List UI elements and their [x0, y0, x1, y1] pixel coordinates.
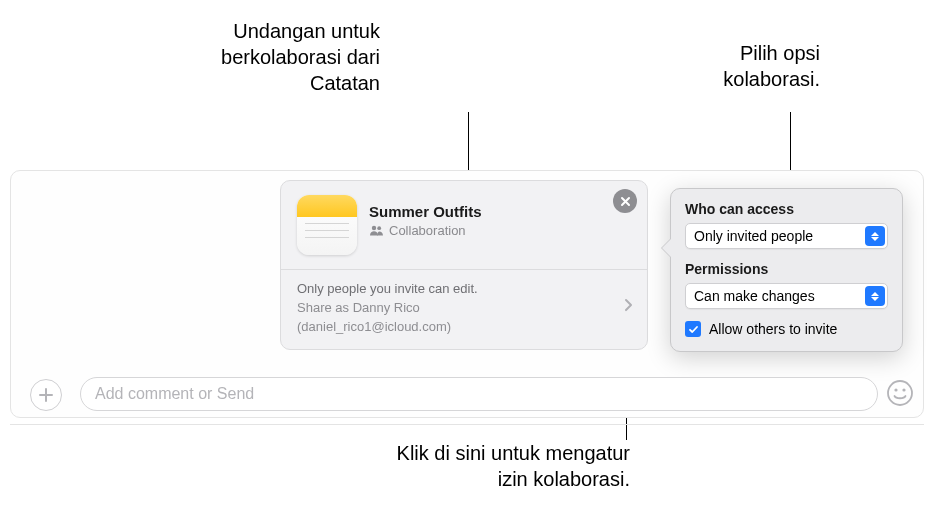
divider: [10, 424, 924, 425]
invitation-title: Summer Outfits: [369, 203, 631, 220]
callout-options: Pilih opsi kolaborasi.: [630, 40, 820, 92]
callout-permissions: Klik di sini untuk mengatur izin kolabor…: [290, 440, 630, 492]
people-icon: [369, 225, 384, 236]
share-as-text: Share as Danny Rico: [297, 299, 631, 318]
message-placeholder: Add comment or Send: [95, 385, 254, 403]
collaboration-options-popover: Who can access Only invited people Permi…: [670, 188, 903, 352]
share-email-text: (daniel_rico1@icloud.com): [297, 318, 631, 337]
emoji-button[interactable]: [886, 379, 916, 409]
chevron-right-icon: [624, 298, 633, 318]
permissions-value: Can make changes: [694, 288, 815, 304]
allow-others-row[interactable]: Allow others to invite: [685, 321, 888, 337]
close-button[interactable]: [613, 189, 637, 213]
select-caret-icon: [865, 286, 885, 306]
add-attachment-button[interactable]: [30, 379, 62, 411]
checkmark-icon: [688, 324, 699, 335]
close-icon: [620, 196, 631, 207]
divider: [281, 269, 647, 270]
allow-others-label: Allow others to invite: [709, 321, 837, 337]
select-caret-icon: [865, 226, 885, 246]
message-input[interactable]: Add comment or Send: [80, 377, 878, 411]
plus-icon: [38, 387, 54, 403]
who-can-access-value: Only invited people: [694, 228, 813, 244]
svg-point-3: [894, 388, 897, 391]
permission-text: Only people you invite can edit.: [297, 280, 631, 299]
permissions-select[interactable]: Can make changes: [685, 283, 888, 309]
svg-point-4: [902, 388, 905, 391]
card-header: Summer Outfits Collaboration: [297, 195, 631, 255]
emoji-icon: [886, 379, 914, 407]
collaboration-invitation-card: Summer Outfits Collaboration: [280, 180, 648, 350]
svg-point-1: [377, 226, 381, 230]
allow-others-checkbox[interactable]: [685, 321, 701, 337]
permissions-heading: Permissions: [685, 261, 888, 277]
collaboration-label: Collaboration: [389, 223, 466, 238]
notes-app-icon: [297, 195, 357, 255]
svg-point-0: [372, 226, 376, 230]
who-can-access-heading: Who can access: [685, 201, 888, 217]
svg-point-2: [888, 381, 912, 405]
permission-summary[interactable]: Only people you invite can edit. Share a…: [297, 280, 631, 337]
who-can-access-select[interactable]: Only invited people: [685, 223, 888, 249]
callout-invitation: Undangan untuk berkolaborasi dari Catata…: [110, 18, 380, 96]
callout-line: [468, 112, 469, 178]
